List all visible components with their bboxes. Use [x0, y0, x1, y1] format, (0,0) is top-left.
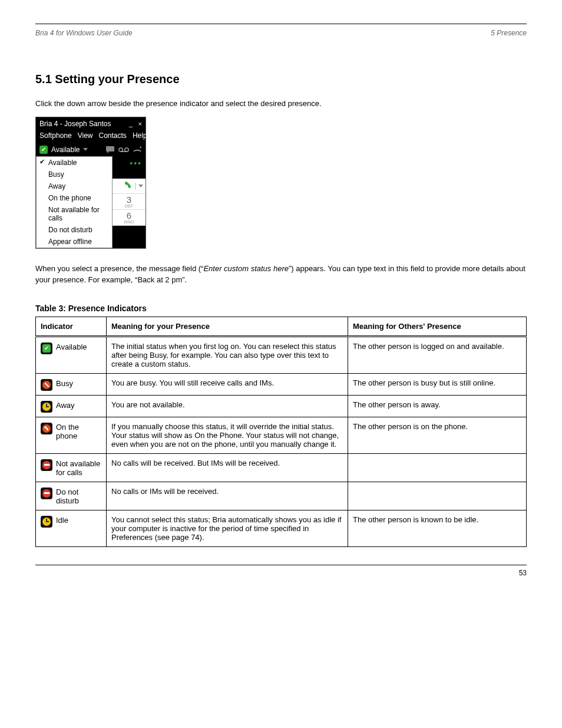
table-row: Away You are not available. The other pe…	[36, 395, 527, 417]
col-your-presence: Meaning for your Presence	[107, 317, 348, 336]
do-not-disturb-icon	[41, 487, 52, 499]
presence-icon: ✔	[39, 146, 48, 154]
idle-icon	[41, 516, 52, 528]
close-icon[interactable]: ×	[138, 120, 142, 127]
menu-bar: Softphone View Contacts Help	[36, 130, 146, 143]
menu-help[interactable]: Help	[133, 131, 147, 140]
custom-status-paragraph: When you select a presence, the message …	[35, 263, 527, 286]
not-available-icon	[41, 459, 52, 471]
voicemail-icon[interactable]	[118, 147, 129, 153]
presence-option-busy[interactable]: Busy	[37, 169, 112, 180]
intro-paragraph: Click the down arrow beside the presence…	[35, 98, 527, 110]
missed-call-icon[interactable]	[133, 146, 142, 154]
presence-option-offline[interactable]: Appear offline	[37, 236, 112, 248]
presence-label: Available	[51, 146, 80, 154]
busy-icon	[41, 379, 52, 391]
menu-softphone[interactable]: Softphone	[39, 131, 72, 140]
presence-indicators-table: Indicator Meaning for your Presence Mean…	[35, 317, 527, 547]
call-icon[interactable]	[124, 181, 132, 191]
menu-contacts[interactable]: Contacts	[99, 131, 127, 140]
dialpad-key-3[interactable]: 3 DEF	[113, 194, 146, 210]
dialpad-key-6[interactable]: 6 MNO	[113, 210, 146, 226]
presence-option-away[interactable]: Away	[37, 180, 112, 192]
presence-dropdown-arrow[interactable]	[83, 148, 88, 151]
table-row: On the phone If you manually choose this…	[36, 417, 527, 453]
table-row: Not available for calls No calls will be…	[36, 453, 527, 482]
presence-option-available[interactable]: Available	[37, 157, 112, 169]
window-title: Bria 4 - Joseph Santos	[39, 120, 111, 128]
chapter-title: 5 Presence	[491, 29, 527, 37]
table-row: Idle You cannot select this status; Bria…	[36, 510, 527, 546]
presence-option-not-available[interactable]: Not available for calls	[37, 204, 112, 224]
presence-option-on-the-phone[interactable]: On the phone	[37, 192, 112, 204]
presence-option-dnd[interactable]: Do not disturb	[37, 224, 112, 236]
more-icon[interactable]: •••	[113, 156, 146, 168]
svg-point-0	[119, 147, 123, 151]
away-icon	[41, 401, 52, 413]
table-row: Do not disturb No calls or IMs will be r…	[36, 482, 527, 510]
bria-window: Bria 4 - Joseph Santos _ × Softphone Vie…	[35, 117, 146, 249]
section-heading: 5.1 Setting your Presence	[35, 73, 527, 86]
chat-icon[interactable]	[105, 146, 115, 154]
col-indicator: Indicator	[36, 317, 107, 336]
doc-title: Bria 4 for Windows User Guide	[35, 29, 133, 37]
page-number: 53	[35, 569, 527, 577]
on-the-phone-icon	[41, 423, 52, 434]
minimize-icon[interactable]: _	[129, 120, 133, 127]
table-row: Busy You are busy. You will still receiv…	[36, 373, 527, 395]
table-row: ✔Available The initial status when you f…	[36, 336, 527, 373]
call-dropdown-icon[interactable]	[138, 185, 143, 187]
col-others-presence: Meaning for Others' Presence	[348, 317, 527, 336]
presence-dropdown[interactable]: Available Busy Away On the phone Not ava…	[36, 156, 113, 248]
svg-point-1	[125, 147, 128, 151]
available-icon: ✔	[41, 342, 52, 354]
table-caption: Table 3: Presence Indicators	[35, 304, 527, 313]
menu-view[interactable]: View	[78, 131, 93, 140]
window-controls: _ ×	[125, 120, 142, 128]
